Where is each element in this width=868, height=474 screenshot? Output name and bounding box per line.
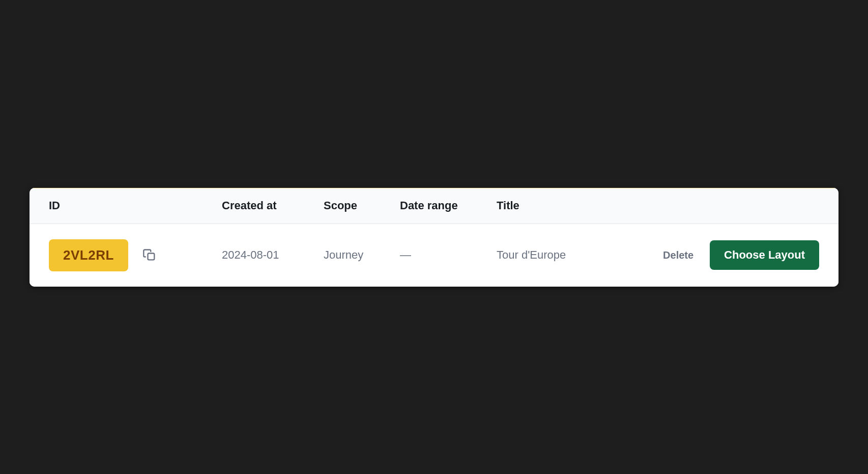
data-table-card: ID Created at Scope Date range Title 2VL… xyxy=(30,188,838,287)
id-badge: 2VL2RL xyxy=(49,239,128,271)
header-title: Title xyxy=(497,199,819,212)
copy-id-button[interactable] xyxy=(140,246,159,264)
header-id: ID xyxy=(49,199,222,212)
cell-id: 2VL2RL xyxy=(49,239,222,271)
delete-button[interactable]: Delete xyxy=(663,249,693,261)
table-header-row: ID Created at Scope Date range Title xyxy=(30,188,838,224)
cell-scope: Journey xyxy=(324,248,400,262)
cell-title: Tour d'Europe xyxy=(497,248,663,262)
table-row: 2VL2RL 2024-08-01 Journey — Tour d'Europ… xyxy=(30,224,838,287)
header-created-at: Created at xyxy=(222,199,324,212)
header-scope: Scope xyxy=(324,199,400,212)
cell-date-range: — xyxy=(400,248,497,262)
copy-icon xyxy=(142,248,157,262)
cell-created-at: 2024-08-01 xyxy=(222,248,324,262)
svg-rect-0 xyxy=(148,254,154,260)
row-actions: Delete Choose Layout xyxy=(663,240,819,270)
header-date-range: Date range xyxy=(400,199,497,212)
choose-layout-button[interactable]: Choose Layout xyxy=(710,240,819,270)
